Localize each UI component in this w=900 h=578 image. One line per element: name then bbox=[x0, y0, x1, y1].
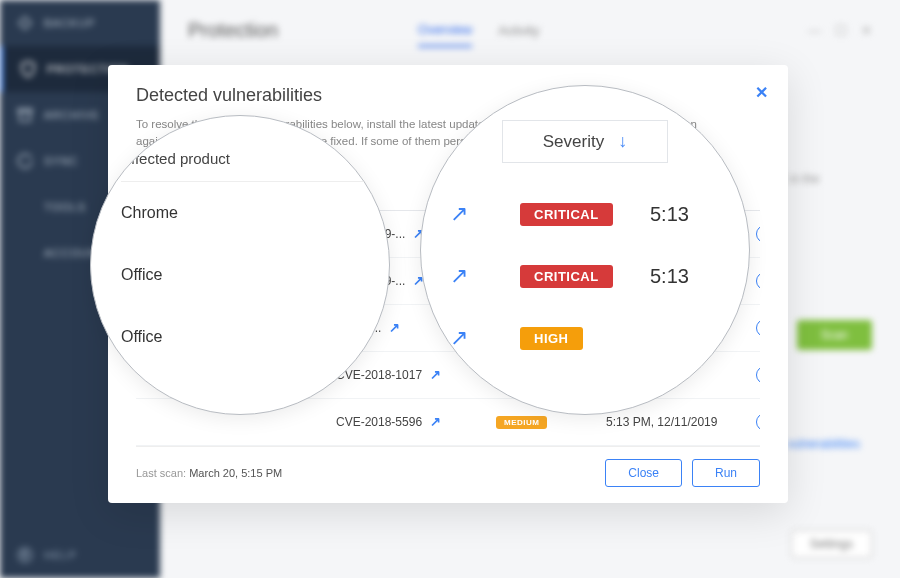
window-minimize[interactable]: — bbox=[808, 23, 821, 38]
tab-activity[interactable]: Activity bbox=[498, 15, 539, 46]
cell-name: CVE-2019-...↗ bbox=[336, 226, 496, 241]
settings-button[interactable]: Settings bbox=[791, 530, 872, 558]
table-row[interactable]: ChromeCVE-2019-...↗CRITICAL5:13 PM, 12/1… bbox=[136, 211, 760, 258]
col-name[interactable]: Name bbox=[336, 188, 496, 202]
info-icon[interactable]: i bbox=[756, 272, 760, 290]
cell-severity: CRITICAL bbox=[496, 226, 606, 241]
table-row[interactable]: OfficeCVE-2019-...↗CRITICAL5:13 PM, 12/1… bbox=[136, 258, 760, 305]
shield-icon bbox=[19, 60, 37, 78]
cell-product: Office bbox=[136, 274, 336, 288]
sidebar-label: ACCOUNT bbox=[44, 247, 105, 259]
cell-time: 5:13 PM, 12/11/2019 bbox=[606, 274, 756, 288]
archive-icon bbox=[16, 106, 34, 124]
window-controls: — ☐ ✕ bbox=[808, 23, 872, 38]
cell-severity: HIGH bbox=[496, 320, 606, 335]
page-title: Protection bbox=[188, 19, 278, 42]
sidebar-item-backup[interactable]: BACKUP bbox=[0, 0, 160, 46]
info-icon[interactable]: i bbox=[756, 225, 760, 243]
last-scan: Last scan: March 20, 5:15 PM bbox=[136, 467, 282, 479]
cell-name: CVE-2019-...↗ bbox=[336, 273, 496, 288]
cell-name: CVE-2018-1017↗ bbox=[336, 367, 496, 382]
external-link-icon[interactable]: ↗ bbox=[413, 273, 424, 288]
external-link-icon[interactable]: ↗ bbox=[430, 414, 441, 429]
help-label: HELP bbox=[44, 549, 77, 561]
info-icon[interactable]: i bbox=[756, 366, 760, 384]
window-maximize[interactable]: ☐ bbox=[835, 23, 847, 38]
cell-time: 2019 bbox=[606, 321, 756, 335]
external-link-icon[interactable]: ↗ bbox=[413, 226, 424, 241]
svg-text:?: ? bbox=[22, 550, 28, 560]
cell-time: 5:13 PM, 12/11/2019 bbox=[606, 227, 756, 241]
cell-time: 5:13 PM, 12/11/2019 bbox=[606, 415, 756, 429]
sort-desc-icon: ↓ bbox=[545, 188, 551, 202]
run-button[interactable]: Run bbox=[692, 459, 760, 487]
external-link-icon[interactable]: ↗ bbox=[430, 367, 441, 382]
table-row[interactable]: CVE-2018-1017↗MEDIUM8, 12/11/2019i bbox=[136, 352, 760, 399]
external-link-icon[interactable]: ↗ bbox=[389, 320, 400, 335]
tag-icon bbox=[16, 14, 34, 32]
table-body: ChromeCVE-2019-...↗CRITICAL5:13 PM, 12/1… bbox=[136, 211, 760, 446]
topbar: Protection Overview Activity — ☐ ✕ bbox=[160, 0, 900, 60]
cell-product: Chrome bbox=[136, 227, 336, 241]
window-close[interactable]: ✕ bbox=[861, 23, 872, 38]
col-affected[interactable]: Affected product bbox=[136, 188, 336, 202]
info-icon[interactable]: i bbox=[756, 413, 760, 431]
table-row[interactable]: CVE-2018-5596↗MEDIUM5:13 PM, 12/11/2019i bbox=[136, 399, 760, 446]
close-button[interactable]: Close bbox=[605, 459, 682, 487]
table-row[interactable]: OfficeCVE-2...↗HIGH2019i bbox=[136, 305, 760, 352]
tab-overview[interactable]: Overview bbox=[418, 14, 472, 47]
sync-icon bbox=[16, 152, 34, 170]
sidebar-label: BACKUP bbox=[44, 17, 95, 29]
help-icon: ? bbox=[16, 546, 34, 564]
cell-name: CVE-2018-5596↗ bbox=[336, 414, 496, 429]
table-header: Affected product Name Severity ↓ Detecte… bbox=[136, 180, 760, 211]
cell-severity: MEDIUM bbox=[496, 367, 606, 382]
close-icon[interactable]: ✕ bbox=[755, 83, 768, 102]
col-severity[interactable]: Severity ↓ bbox=[496, 188, 606, 202]
sidebar-label: ARCHIVE bbox=[44, 109, 100, 121]
modal-footer: Last scan: March 20, 5:15 PM Close Run bbox=[136, 446, 760, 487]
col-detected[interactable]: Detected bbox=[606, 188, 756, 202]
tools-icon bbox=[16, 198, 34, 216]
cell-severity: MEDIUM bbox=[496, 414, 606, 429]
sidebar-label: SYNC bbox=[44, 155, 79, 167]
cell-name: CVE-2...↗ bbox=[336, 320, 496, 335]
vulnerabilities-modal: ✕ Detected vulnerabilities To resolve th… bbox=[108, 65, 788, 503]
cell-severity: CRITICAL bbox=[496, 273, 606, 288]
vulnerabilities-link[interactable]: vulnerabilities bbox=[787, 435, 860, 454]
sidebar-label: TOOLS bbox=[44, 201, 86, 213]
info-icon[interactable]: i bbox=[756, 319, 760, 337]
cell-product: Office bbox=[136, 321, 336, 335]
account-icon bbox=[16, 244, 34, 262]
cell-time: 8, 12/11/2019 bbox=[606, 368, 756, 382]
svg-rect-1 bbox=[20, 112, 31, 121]
sidebar-item-help[interactable]: ? HELP bbox=[0, 532, 160, 578]
scan-button[interactable]: Scan bbox=[797, 320, 872, 350]
modal-description: To resolve the detected vulnerabilities … bbox=[136, 116, 760, 168]
modal-title: Detected vulnerabilities bbox=[136, 85, 760, 106]
